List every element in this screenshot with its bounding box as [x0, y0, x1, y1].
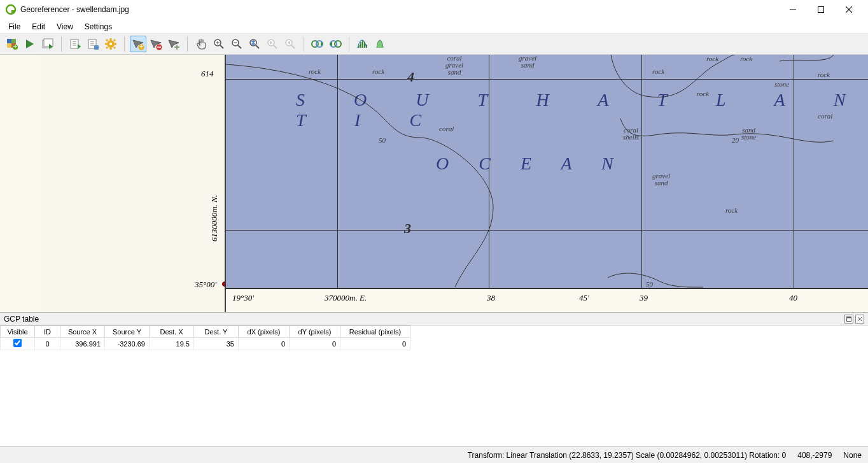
full-histogram-button[interactable]	[354, 36, 371, 52]
svg-rect-61	[366, 45, 367, 48]
zoom-to-layer-button[interactable]	[246, 36, 263, 52]
map-body: 19°30' 370000m. E. 38 45' 39 40 4 3 S O …	[225, 55, 868, 312]
th-srcy[interactable]: Source Y	[105, 326, 150, 338]
svg-rect-16	[71, 39, 78, 48]
ann-rock-2: rock	[372, 68, 384, 75]
ann-coral-shells: coral shells	[623, 127, 639, 141]
ann-rock-1: rock	[309, 68, 321, 75]
gcp-panel-header: GCP table	[0, 313, 868, 325]
th-dx[interactable]: dX (pixels)	[239, 326, 290, 338]
ann-rock-8: rock	[725, 206, 738, 214]
th-srcx[interactable]: Source X	[60, 326, 105, 338]
axis-label-north-m: 6130000m. N.	[209, 195, 220, 241]
gcp-table[interactable]: Visible ID Source X Source Y Dest. X Des…	[0, 325, 868, 446]
pan-button[interactable]	[193, 36, 209, 52]
close-panel-button[interactable]	[855, 315, 864, 324]
link-georef-to-qgis-button[interactable]	[309, 36, 326, 52]
menu-settings[interactable]: Settings	[79, 20, 118, 33]
svg-line-26	[106, 39, 108, 41]
zoom-out-button[interactable]	[228, 36, 245, 52]
menu-file[interactable]: File	[3, 20, 26, 33]
ann-rock-3: rock	[652, 68, 664, 75]
ann-gravel-sand-2: gravel sand	[652, 173, 670, 187]
status-coords: 408,-2979	[797, 451, 832, 460]
svg-rect-3	[818, 7, 824, 13]
start-georeferencing-button[interactable]	[22, 36, 38, 52]
toolbar-separator	[349, 36, 349, 52]
ann-gravel-sand-1: gravel sand	[519, 55, 536, 69]
cell-srcy[interactable]: -3230.69	[105, 338, 150, 350]
menu-view[interactable]: View	[51, 20, 79, 33]
cell-srcx[interactable]: 396.991	[60, 338, 105, 350]
svg-line-27	[114, 47, 115, 48]
add-point-button[interactable]: +	[130, 36, 146, 52]
menu-edit[interactable]: Edit	[26, 20, 51, 33]
th-dy[interactable]: dY (pixels)	[290, 326, 340, 338]
qgis-icon	[5, 4, 17, 15]
dock-panel-button[interactable]	[844, 315, 853, 324]
svg-line-44	[256, 45, 259, 48]
gcp-panel-title: GCP table	[4, 315, 39, 324]
ann-rock-4: rock	[697, 90, 709, 97]
status-extra: None	[843, 451, 862, 460]
axis-label-east-m: 370000m. E.	[325, 293, 367, 303]
local-histogram-button[interactable]	[372, 36, 389, 52]
transformation-settings-button[interactable]	[102, 36, 119, 52]
th-desty[interactable]: Dest. Y	[194, 326, 239, 338]
map-bottom-strip: 19°30' 370000m. E. 38 45' 39 40	[226, 288, 868, 312]
save-gcp-button[interactable]	[85, 36, 101, 52]
cell-destx[interactable]: 19.5	[150, 338, 194, 350]
window-title: Georeferencer - swellendam.jpg	[20, 5, 779, 14]
delete-point-button[interactable]	[148, 36, 164, 52]
axis-label-38: 38	[487, 293, 495, 303]
zoom-in-button[interactable]	[211, 36, 227, 52]
svg-text:+: +	[13, 42, 17, 50]
cell-dx[interactable]: 0	[239, 338, 290, 350]
th-res[interactable]: Residual (pixels)	[340, 326, 410, 338]
move-point-button[interactable]	[165, 36, 182, 52]
svg-rect-63	[847, 317, 851, 318]
svg-point-21	[109, 43, 112, 45]
svg-rect-14	[44, 39, 53, 46]
generate-script-button[interactable]	[39, 36, 56, 52]
cell-dy[interactable]: 0	[290, 338, 340, 350]
svg-rect-57	[358, 45, 360, 48]
ann-coral-1: coral	[439, 125, 454, 132]
axis-label-lon1930: 19°30'	[232, 293, 254, 303]
svg-marker-12	[26, 39, 34, 48]
zoom-last-button[interactable]	[264, 36, 281, 52]
table-row[interactable]: 0 396.991 -3230.69 19.5 35 0 0 0	[1, 338, 410, 350]
table-header-row: Visible ID Source X Source Y Dest. X Des…	[1, 326, 410, 338]
toolbar-separator	[61, 36, 62, 52]
cell-visible[interactable]	[1, 338, 35, 350]
close-button[interactable]	[835, 1, 863, 18]
cell-res[interactable]: 0	[340, 338, 410, 350]
svg-line-28	[106, 47, 108, 48]
status-transform: Transform: Linear Translation (22.8633, …	[468, 451, 787, 460]
visible-checkbox[interactable]	[13, 339, 22, 347]
axis-label-45: 45'	[579, 293, 589, 303]
map-canvas[interactable]: 614 6130000m. N. 35°00' 19°30' 370000m. …	[0, 55, 868, 313]
link-qgis-to-georef-button[interactable]	[327, 36, 344, 52]
th-destx[interactable]: Dest. X	[150, 326, 194, 338]
cell-id[interactable]: 0	[35, 338, 60, 350]
load-gcp-button[interactable]	[67, 36, 83, 52]
svg-rect-8	[7, 43, 11, 48]
axis-label-39: 39	[640, 293, 648, 303]
ann-coral-gravel-sand: coral gravel sand	[445, 55, 463, 76]
svg-line-29	[114, 39, 115, 41]
cell-desty[interactable]: 35	[194, 338, 239, 350]
th-visible[interactable]: Visible	[1, 326, 35, 338]
zoom-next-button[interactable]	[282, 36, 298, 52]
toolbar: + +	[0, 33, 868, 55]
minimize-button[interactable]	[779, 1, 807, 18]
ann-sand-stone: sand stone	[741, 127, 756, 141]
svg-rect-58	[360, 42, 361, 48]
maximize-button[interactable]	[807, 1, 835, 18]
axis-label-40: 40	[789, 293, 797, 303]
ann-coral-2: coral	[818, 112, 832, 120]
svg-line-41	[238, 45, 241, 48]
open-raster-button[interactable]: +	[4, 36, 20, 52]
ann-rock-7: rock	[818, 71, 830, 78]
th-id[interactable]: ID	[35, 326, 60, 338]
